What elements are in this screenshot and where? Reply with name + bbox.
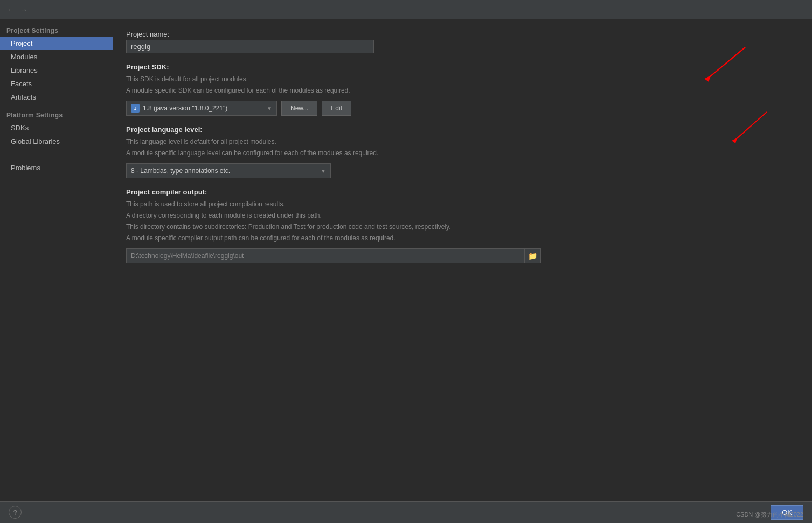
- sidebar-item-artifacts[interactable]: Artifacts: [0, 90, 113, 104]
- language-level-dropdown[interactable]: 8 - Lambdas, type annotations etc. ▼: [126, 163, 331, 178]
- browse-folder-button[interactable]: 📁: [525, 248, 541, 263]
- sidebar-item-sdks[interactable]: SDKs: [0, 121, 113, 135]
- back-button[interactable]: ←: [4, 3, 17, 16]
- sidebar-global-libraries-label: Global Libraries: [11, 137, 60, 145]
- help-button[interactable]: ?: [9, 506, 22, 519]
- lang-desc1: This language level is default for all p…: [126, 137, 799, 147]
- back-arrow-icon: ←: [7, 5, 15, 14]
- compiler-output-path-input[interactable]: [126, 248, 525, 263]
- compiler-desc1: This path is used to store all project c…: [126, 199, 799, 209]
- sdk-row: J 1.8 (java version "1.8.0_221") ▼ New..…: [126, 101, 799, 116]
- sidebar-problems-label: Problems: [11, 164, 40, 172]
- sidebar-item-libraries[interactable]: Libraries: [0, 64, 113, 77]
- top-navigation-bar: ← →: [0, 0, 812, 19]
- main-content: Project name: Project SDK: This SDK is d…: [113, 19, 812, 501]
- forward-arrow-icon: →: [20, 5, 27, 14]
- sidebar-item-modules[interactable]: Modules: [0, 50, 113, 64]
- help-icon: ?: [13, 508, 17, 517]
- folder-icon: 📁: [528, 252, 537, 260]
- sidebar-item-project[interactable]: Project: [0, 37, 113, 50]
- lang-desc2: A module specific language level can be …: [126, 148, 799, 158]
- lang-section-title: Project language level:: [126, 125, 799, 134]
- new-sdk-button[interactable]: New...: [281, 101, 317, 116]
- compiler-desc4: A module specific compiler output path c…: [126, 233, 799, 243]
- sdk-dropdown[interactable]: J 1.8 (java version "1.8.0_221") ▼: [126, 101, 277, 116]
- sdk-version-label: 1.8 (java version "1.8.0_221"): [143, 104, 227, 112]
- sdk-java-icon: J: [131, 104, 140, 113]
- sdk-desc2: A module specific SDK can be configured …: [126, 86, 799, 95]
- sidebar: Project Settings Project Modules Librari…: [0, 19, 113, 501]
- compiler-output-section: Project compiler output: This path is us…: [126, 188, 799, 263]
- sidebar-modules-label: Modules: [11, 53, 37, 61]
- sidebar-item-global-libraries[interactable]: Global Libraries: [0, 135, 113, 148]
- sidebar-item-facets[interactable]: Facets: [0, 77, 113, 90]
- project-name-input[interactable]: [126, 40, 374, 53]
- sidebar-sdks-label: SDKs: [11, 124, 29, 132]
- sidebar-item-problems[interactable]: Problems: [0, 161, 113, 175]
- sidebar-project-label: Project: [11, 39, 32, 47]
- sdk-dropdown-arrow-icon: ▼: [267, 106, 272, 111]
- edit-sdk-button[interactable]: Edit: [322, 101, 351, 116]
- compiler-desc3: This directory contains two subdirectori…: [126, 222, 799, 232]
- compiler-section-title: Project compiler output:: [126, 188, 799, 196]
- sidebar-artifacts-label: Artifacts: [11, 93, 36, 101]
- sidebar-facets-label: Facets: [11, 80, 32, 88]
- sdk-dropdown-inner: J 1.8 (java version "1.8.0_221"): [131, 104, 267, 113]
- platform-settings-header: Platform Settings: [0, 108, 113, 121]
- project-settings-header: Project Settings: [0, 24, 113, 37]
- project-name-label: Project name:: [126, 30, 799, 38]
- forward-button[interactable]: →: [17, 3, 30, 16]
- lang-value-label: 8 - Lambdas, type annotations etc.: [131, 167, 321, 175]
- compiler-output-path-row: 📁: [126, 248, 799, 263]
- bottom-bar: OK: [0, 501, 812, 523]
- sdk-desc1: This SDK is default for all project modu…: [126, 74, 799, 84]
- lang-dropdown-arrow-icon: ▼: [321, 168, 326, 174]
- sdk-section-title: Project SDK:: [126, 63, 799, 71]
- sidebar-libraries-label: Libraries: [11, 66, 38, 74]
- compiler-desc2: A directory corresponding to each module…: [126, 211, 799, 220]
- watermark: CSDN @努力的小闯2022: [736, 511, 803, 519]
